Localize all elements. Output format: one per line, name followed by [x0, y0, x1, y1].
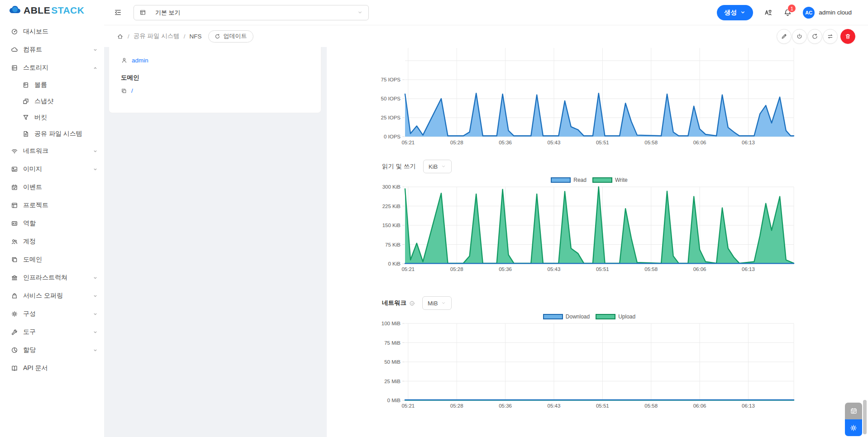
svg-text:05:51: 05:51 — [596, 140, 609, 145]
sidebar-item-label: 서비스 오퍼링 — [23, 292, 63, 300]
chart-header: 읽기 및 쓰기KiB — [377, 159, 802, 174]
scrollbar-thumb[interactable] — [863, 400, 867, 434]
svg-text:05:43: 05:43 — [548, 140, 561, 145]
account-icon — [11, 238, 18, 245]
owner-link[interactable]: admin — [132, 57, 148, 64]
trash-icon — [844, 33, 851, 40]
svg-text:75 MiB: 75 MiB — [384, 340, 401, 346]
unit-selector[interactable]: MiB — [422, 296, 452, 310]
sidebar-item-label: 역할 — [23, 219, 36, 228]
config-icon — [11, 310, 18, 318]
home-icon[interactable] — [117, 33, 124, 40]
sidebar-item-volume[interactable]: 볼륨 — [0, 77, 104, 93]
sidebar-item-label: 버킷 — [34, 114, 47, 122]
sidebar-item-infrastructure[interactable]: 인프라스트럭쳐 — [0, 269, 104, 287]
chevron-down-icon — [93, 312, 98, 317]
notification-badge: 1 — [788, 5, 796, 12]
chart-legend: ReadWrite — [377, 176, 802, 183]
sidebar-item-api[interactable]: API 문서 — [0, 359, 104, 377]
filesystem-icon — [22, 130, 29, 138]
sidebar-item-account[interactable]: 계정 — [0, 233, 104, 251]
sidebar-item-label: API 문서 — [23, 364, 48, 372]
notifications-bell[interactable]: 1 — [783, 8, 792, 17]
sidebar-item-label: 이벤트 — [23, 183, 42, 191]
sidebar-item-label: 스냅샷 — [34, 97, 53, 105]
sidebar-item-project[interactable]: 프로젝트 — [0, 196, 104, 214]
user-menu[interactable]: AC admin cloud — [803, 7, 852, 19]
brand-logo[interactable]: ABLESTACK — [0, 0, 104, 21]
sidebar-item-image[interactable]: 이미지 — [0, 160, 104, 178]
view-selector-value: 기본 보기 — [155, 9, 181, 17]
svg-text:05:58: 05:58 — [644, 403, 658, 408]
sidebar-item-label: 구성 — [23, 310, 36, 318]
sidebar-item-tools[interactable]: 도구 — [0, 323, 104, 341]
breadcrumb-bar: /공유 파일 시스템/NFS 업데이트 — [104, 25, 868, 47]
svg-text:75 IOPS: 75 IOPS — [381, 77, 401, 82]
svg-text:05:28: 05:28 — [450, 403, 463, 408]
sidebar-item-domain[interactable]: 도메인 — [0, 251, 104, 269]
language-icon[interactable] — [764, 8, 773, 17]
settings-button[interactable] — [845, 419, 862, 436]
legend-label: Download — [566, 314, 590, 320]
chevron-down-icon — [93, 167, 98, 172]
sidebar-item-config[interactable]: 구성 — [0, 305, 104, 323]
info-icon[interactable] — [409, 300, 415, 306]
sidebar-item-dashboard[interactable]: 대시보드 — [0, 23, 104, 41]
sidebar-item-cloud[interactable]: 컴퓨트 — [0, 41, 104, 59]
power-button[interactable] — [792, 29, 807, 44]
event-timeline-button[interactable] — [845, 403, 862, 419]
chevron-down-icon — [93, 330, 98, 335]
destroy-button[interactable] — [840, 29, 855, 44]
sidebar-item-storage[interactable]: 스토리지 — [0, 59, 104, 77]
edit-button[interactable] — [777, 29, 792, 44]
swap-icon — [827, 33, 834, 40]
sidebar-item-label: 공유 파일 시스템 — [34, 130, 82, 138]
metrics-panel: 0 IOPS25 IOPS50 IOPS75 IOPS05:2105:2805:… — [327, 47, 868, 437]
page: ABLESTACK 대시보드컴퓨트스토리지볼륨스냅샷버킷공유 파일 시스템네트워… — [0, 0, 868, 437]
chevron-down-icon — [93, 348, 98, 353]
sidebar-item-label: 네트워크 — [23, 147, 48, 155]
view-selector[interactable]: 기본 보기 — [134, 5, 369, 20]
domain-link[interactable]: / — [131, 87, 133, 94]
network-icon — [11, 147, 18, 155]
sidebar-item-network[interactable]: 네트워크 — [0, 142, 104, 160]
sidebar-item-quota[interactable]: 할당 — [0, 341, 104, 359]
svg-text:06:13: 06:13 — [742, 266, 755, 272]
sidebar-item-role[interactable]: 역할 — [0, 214, 104, 233]
svg-text:25 IOPS: 25 IOPS — [381, 115, 401, 120]
legend-item-write[interactable]: Write — [592, 177, 628, 183]
avatar: AC — [803, 7, 815, 19]
breadcrumb-item[interactable]: 공유 파일 시스템 — [134, 32, 180, 40]
svg-text:05:58: 05:58 — [644, 140, 658, 145]
sidebar-item-event[interactable]: 이벤트 — [0, 178, 104, 196]
chart-header: 네트워크MiB — [377, 296, 802, 310]
legend-swatch — [551, 177, 571, 183]
migrate-button[interactable] — [823, 29, 838, 44]
sidebar-item-filesystem[interactable]: 공유 파일 시스템 — [0, 126, 104, 142]
sidebar-item-label: 대시보드 — [23, 28, 48, 36]
svg-text:05:36: 05:36 — [499, 140, 512, 145]
legend-item-upload[interactable]: Upload — [596, 314, 635, 320]
chevron-down-icon — [93, 276, 98, 280]
menu-fold-icon[interactable] — [114, 9, 122, 16]
svg-text:05:58: 05:58 — [644, 266, 658, 272]
svg-text:05:36: 05:36 — [499, 403, 512, 408]
sidebar-item-bucket[interactable]: 버킷 — [0, 109, 104, 126]
sidebar-item-label: 할당 — [23, 346, 36, 354]
svg-text:05:21: 05:21 — [401, 403, 415, 408]
user-name: admin cloud — [819, 9, 852, 16]
sidebar-item-offering[interactable]: 서비스 오퍼링 — [0, 287, 104, 305]
unit-selector-value: KiB — [429, 163, 438, 170]
svg-text:0 KiB: 0 KiB — [388, 261, 401, 266]
legend-item-download[interactable]: Download — [543, 314, 590, 320]
unit-selector[interactable]: KiB — [423, 160, 452, 173]
update-button[interactable]: 업데이트 — [208, 30, 253, 43]
bucket-icon — [22, 114, 29, 121]
user-icon — [121, 57, 128, 64]
sidebar-item-snapshot[interactable]: 스냅샷 — [0, 93, 104, 109]
owner-row: admin — [109, 57, 321, 64]
legend-item-read[interactable]: Read — [551, 177, 587, 183]
restart-button[interactable] — [807, 29, 822, 44]
svg-text:75 KiB: 75 KiB — [385, 242, 401, 247]
create-button[interactable]: 생성 — [717, 5, 753, 20]
